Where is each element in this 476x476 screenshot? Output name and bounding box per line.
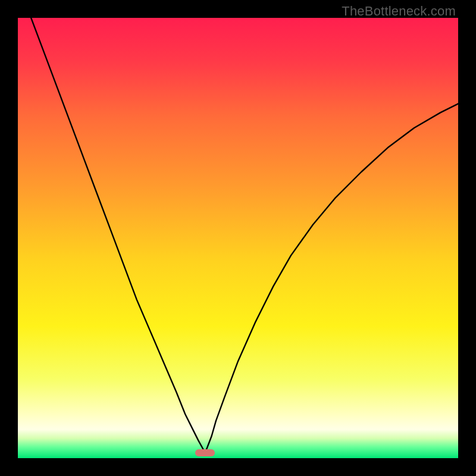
optimum-marker <box>195 449 215 456</box>
plot-area <box>18 18 458 458</box>
bottleneck-curve <box>18 18 458 458</box>
watermark-text: TheBottleneck.com <box>342 4 456 19</box>
chart-frame: TheBottleneck.com <box>0 0 476 476</box>
